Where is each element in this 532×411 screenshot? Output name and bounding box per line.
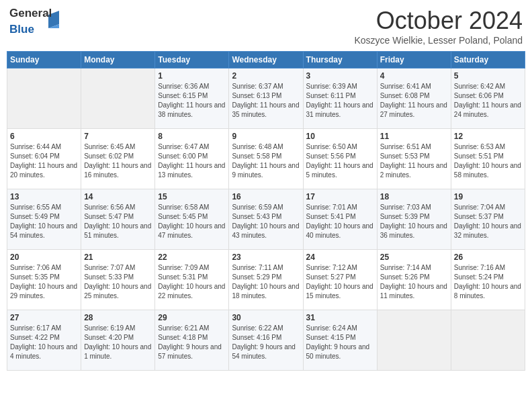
cell-content: Sunrise: 6:39 AMSunset: 6:11 PMDaylight:… — [306, 82, 374, 120]
cell-content: Sunrise: 7:09 AMSunset: 5:31 PMDaylight:… — [158, 263, 226, 301]
cell-content: Sunrise: 6:24 AMSunset: 4:15 PMDaylight:… — [306, 324, 374, 361]
cell-content: Sunrise: 7:16 AMSunset: 5:24 PMDaylight:… — [454, 263, 522, 301]
calendar-table: SundayMondayTuesdayWednesdayThursdayFrid… — [7, 51, 525, 371]
title-block: October 2024 Koszyce Wielkie, Lesser Pol… — [354, 7, 523, 46]
weekday-header-friday: Friday — [377, 52, 451, 68]
cell-content: Sunrise: 7:12 AMSunset: 5:27 PMDaylight:… — [306, 263, 374, 301]
calendar-cell: 15Sunrise: 6:58 AMSunset: 5:45 PMDayligh… — [155, 189, 229, 250]
cell-content: Sunrise: 7:06 AMSunset: 5:35 PMDaylight:… — [10, 263, 78, 301]
calendar-week-row: 20Sunrise: 7:06 AMSunset: 5:35 PMDayligh… — [7, 250, 525, 310]
calendar-cell: 14Sunrise: 6:56 AMSunset: 5:47 PMDayligh… — [81, 189, 155, 250]
calendar-cell: 27Sunrise: 6:17 AMSunset: 4:22 PMDayligh… — [7, 310, 81, 371]
logo-blue: Blue — [9, 23, 34, 36]
day-number: 1 — [158, 71, 226, 81]
page-header: General Blue October 2024 Koszyce Wielki… — [7, 7, 525, 46]
weekday-header-saturday: Saturday — [451, 52, 525, 68]
weekday-header-thursday: Thursday — [303, 52, 377, 68]
calendar-cell — [377, 310, 451, 371]
calendar-cell: 31Sunrise: 6:24 AMSunset: 4:15 PMDayligh… — [303, 310, 377, 371]
day-number: 9 — [232, 132, 300, 141]
cell-content: Sunrise: 6:17 AMSunset: 4:22 PMDaylight:… — [10, 324, 78, 361]
day-number: 18 — [380, 192, 448, 201]
calendar-cell: 25Sunrise: 7:14 AMSunset: 5:26 PMDayligh… — [377, 250, 451, 310]
day-number: 14 — [84, 192, 152, 201]
day-number: 19 — [454, 192, 522, 201]
calendar-cell: 17Sunrise: 7:01 AMSunset: 5:41 PMDayligh… — [303, 189, 377, 250]
calendar-cell — [7, 68, 81, 129]
logo: General Blue — [9, 7, 60, 36]
day-number: 20 — [10, 253, 78, 262]
day-number: 25 — [380, 253, 448, 262]
cell-content: Sunrise: 6:41 AMSunset: 6:08 PMDaylight:… — [380, 82, 448, 120]
day-number: 3 — [306, 71, 374, 81]
calendar-cell: 3Sunrise: 6:39 AMSunset: 6:11 PMDaylight… — [303, 68, 377, 129]
cell-content: Sunrise: 6:53 AMSunset: 5:51 PMDaylight:… — [454, 142, 522, 180]
cell-content: Sunrise: 6:22 AMSunset: 4:16 PMDaylight:… — [232, 324, 300, 361]
cell-content: Sunrise: 6:37 AMSunset: 6:13 PMDaylight:… — [232, 82, 300, 120]
day-number: 17 — [306, 192, 374, 201]
calendar-cell: 20Sunrise: 7:06 AMSunset: 5:35 PMDayligh… — [7, 250, 81, 310]
calendar-cell: 1Sunrise: 6:36 AMSunset: 6:15 PMDaylight… — [155, 68, 229, 129]
day-number: 15 — [158, 192, 226, 201]
calendar-cell: 6Sunrise: 6:44 AMSunset: 6:04 PMDaylight… — [7, 129, 81, 189]
day-number: 13 — [10, 192, 78, 201]
day-number: 16 — [232, 192, 300, 201]
calendar-cell — [451, 310, 525, 371]
weekday-header-tuesday: Tuesday — [155, 52, 229, 68]
calendar-cell: 24Sunrise: 7:12 AMSunset: 5:27 PMDayligh… — [303, 250, 377, 310]
calendar-week-row: 13Sunrise: 6:55 AMSunset: 5:49 PMDayligh… — [7, 189, 525, 250]
cell-content: Sunrise: 6:42 AMSunset: 6:06 PMDaylight:… — [454, 82, 522, 120]
cell-content: Sunrise: 7:01 AMSunset: 5:41 PMDaylight:… — [306, 203, 374, 240]
weekday-header-monday: Monday — [81, 52, 155, 68]
cell-content: Sunrise: 6:44 AMSunset: 6:04 PMDaylight:… — [10, 142, 78, 180]
cell-content: Sunrise: 6:36 AMSunset: 6:15 PMDaylight:… — [158, 82, 226, 120]
month-title: October 2024 — [354, 7, 523, 35]
day-number: 5 — [454, 71, 522, 81]
calendar-cell: 2Sunrise: 6:37 AMSunset: 6:13 PMDaylight… — [229, 68, 303, 129]
calendar-cell: 13Sunrise: 6:55 AMSunset: 5:49 PMDayligh… — [7, 189, 81, 250]
calendar-cell: 10Sunrise: 6:50 AMSunset: 5:56 PMDayligh… — [303, 129, 377, 189]
calendar-header: SundayMondayTuesdayWednesdayThursdayFrid… — [7, 52, 525, 68]
cell-content: Sunrise: 6:50 AMSunset: 5:56 PMDaylight:… — [306, 142, 374, 180]
day-number: 23 — [232, 253, 300, 262]
location-title: Koszyce Wielkie, Lesser Poland, Poland — [354, 35, 523, 46]
calendar-cell: 26Sunrise: 7:16 AMSunset: 5:24 PMDayligh… — [451, 250, 525, 310]
day-number: 4 — [380, 71, 448, 81]
day-number: 27 — [10, 313, 78, 322]
day-number: 29 — [158, 313, 226, 322]
weekday-header-sunday: Sunday — [7, 52, 81, 68]
cell-content: Sunrise: 6:51 AMSunset: 5:53 PMDaylight:… — [380, 142, 448, 180]
cell-content: Sunrise: 7:04 AMSunset: 5:37 PMDaylight:… — [454, 203, 522, 240]
day-number: 11 — [380, 132, 448, 141]
cell-content: Sunrise: 6:21 AMSunset: 4:18 PMDaylight:… — [158, 324, 226, 361]
calendar-cell: 7Sunrise: 6:45 AMSunset: 6:02 PMDaylight… — [81, 129, 155, 189]
calendar-cell: 22Sunrise: 7:09 AMSunset: 5:31 PMDayligh… — [155, 250, 229, 310]
calendar-cell: 28Sunrise: 6:19 AMSunset: 4:20 PMDayligh… — [81, 310, 155, 371]
cell-content: Sunrise: 7:07 AMSunset: 5:33 PMDaylight:… — [84, 263, 152, 301]
cell-content: Sunrise: 6:58 AMSunset: 5:45 PMDaylight:… — [158, 203, 226, 240]
weekday-header-wednesday: Wednesday — [229, 52, 303, 68]
day-number: 7 — [84, 132, 152, 141]
calendar-cell: 29Sunrise: 6:21 AMSunset: 4:18 PMDayligh… — [155, 310, 229, 371]
day-number: 21 — [84, 253, 152, 262]
cell-content: Sunrise: 7:03 AMSunset: 5:39 PMDaylight:… — [380, 203, 448, 240]
calendar-cell: 8Sunrise: 6:47 AMSunset: 6:00 PMDaylight… — [155, 129, 229, 189]
day-number: 8 — [158, 132, 226, 141]
calendar-cell: 18Sunrise: 7:03 AMSunset: 5:39 PMDayligh… — [377, 189, 451, 250]
cell-content: Sunrise: 6:19 AMSunset: 4:20 PMDaylight:… — [84, 324, 152, 361]
calendar-cell: 11Sunrise: 6:51 AMSunset: 5:53 PMDayligh… — [377, 129, 451, 189]
day-number: 22 — [158, 253, 226, 262]
calendar-cell: 12Sunrise: 6:53 AMSunset: 5:51 PMDayligh… — [451, 129, 525, 189]
logo-general: General — [9, 7, 52, 20]
calendar-cell: 21Sunrise: 7:07 AMSunset: 5:33 PMDayligh… — [81, 250, 155, 310]
cell-content: Sunrise: 6:45 AMSunset: 6:02 PMDaylight:… — [84, 142, 152, 180]
cell-content: Sunrise: 6:48 AMSunset: 5:58 PMDaylight:… — [232, 142, 300, 180]
calendar-cell: 4Sunrise: 6:41 AMSunset: 6:08 PMDaylight… — [377, 68, 451, 129]
day-number: 12 — [454, 132, 522, 141]
day-number: 26 — [454, 253, 522, 262]
cell-content: Sunrise: 6:47 AMSunset: 6:00 PMDaylight:… — [158, 142, 226, 180]
calendar-cell: 16Sunrise: 6:59 AMSunset: 5:43 PMDayligh… — [229, 189, 303, 250]
calendar-cell: 30Sunrise: 6:22 AMSunset: 4:16 PMDayligh… — [229, 310, 303, 371]
day-number: 31 — [306, 313, 374, 322]
cell-content: Sunrise: 6:55 AMSunset: 5:49 PMDaylight:… — [10, 203, 78, 240]
